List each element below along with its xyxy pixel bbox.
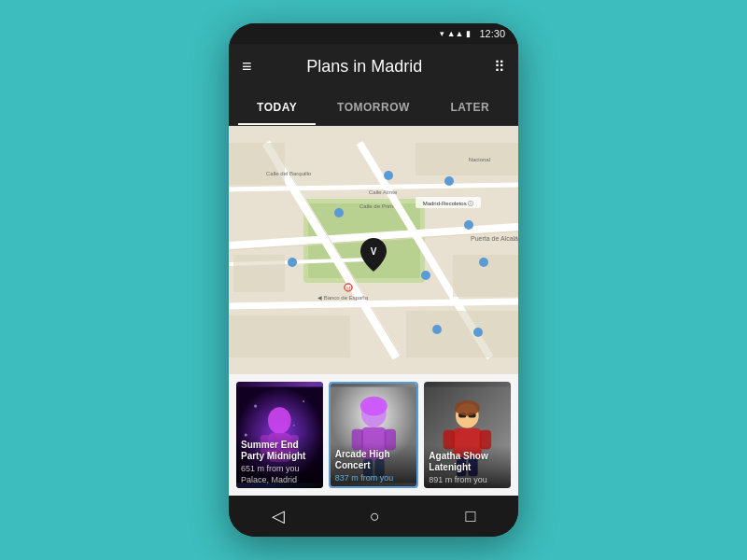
location-dot-3 (444, 176, 454, 186)
signal-icon: ▲▲ (447, 29, 464, 38)
card-overlay-arcade: Arcade High Concert 837 m from you (331, 443, 417, 486)
location-dot-8 (432, 325, 442, 334)
battery-icon: ▮ (466, 29, 471, 38)
svg-text:Calle de Prim: Calle de Prim (359, 203, 393, 209)
card-overlay-agatha: Agatha Show Latenight 891 m from you (424, 445, 511, 488)
svg-point-29 (254, 405, 257, 408)
location-dot-1 (334, 208, 344, 217)
svg-rect-13 (416, 143, 518, 175)
app-title: Plans in Madrid (235, 57, 494, 77)
location-dot-6 (421, 271, 430, 280)
card-title-arcade: Arcade High Concert (335, 449, 413, 471)
svg-text:V: V (371, 246, 377, 257)
event-card-arcade[interactable]: Arcade High Concert 837 m from you (329, 382, 419, 488)
tab-today[interactable]: TODAY (229, 89, 325, 125)
svg-point-50 (455, 400, 480, 415)
location-dot-4 (464, 220, 473, 230)
map-container[interactable]: Puerta de Alcalá Calle del Barquillo Cal… (229, 126, 518, 374)
svg-text:Nacional: Nacional (469, 157, 490, 162)
location-dot-7 (288, 258, 297, 267)
svg-text:◀ Banco de España: ◀ Banco de España (317, 295, 369, 301)
card-title-agatha: Agatha Show Latenight (429, 451, 506, 473)
svg-point-33 (268, 407, 291, 434)
wifi-icon: ▾ (440, 29, 444, 38)
nav-recent-button[interactable]: □ (450, 499, 490, 534)
svg-text:Calle del Barquillo: Calle del Barquillo (266, 171, 312, 176)
tab-later[interactable]: LATER (422, 89, 518, 125)
nav-home-button[interactable]: ○ (355, 499, 395, 534)
svg-text:Madrid-Recoletos ⓘ: Madrid-Recoletos ⓘ (423, 201, 474, 206)
card-title-summer: Summer End Party Midnight (241, 440, 318, 462)
signal-icons: ▾ ▲▲ ▮ (440, 29, 472, 38)
event-card-summer[interactable]: Summer End Party Midnight 651 m from you… (236, 382, 323, 488)
svg-rect-16 (229, 315, 350, 357)
card-subtitle-summer: Palace, Madrid (241, 475, 318, 484)
svg-text:Puerta de Alcalá: Puerta de Alcalá (471, 235, 518, 242)
svg-text:M: M (346, 286, 350, 291)
svg-point-30 (303, 400, 304, 402)
svg-rect-12 (233, 255, 285, 292)
svg-rect-11 (229, 143, 285, 185)
card-distance-summer: 651 m from you (241, 464, 318, 473)
map-main-marker[interactable]: V (360, 238, 387, 270)
phone-frame: ▾ ▲▲ ▮ 12:30 ≡ Plans in Madrid ⠿ TODAY T… (229, 23, 518, 537)
card-distance-agatha: 891 m from you (429, 475, 506, 484)
svg-line-8 (229, 301, 518, 306)
status-bar: ▾ ▲▲ ▮ 12:30 (229, 23, 518, 44)
location-dot-2 (384, 171, 393, 180)
cards-strip: Summer End Party Midnight 651 m from you… (229, 374, 518, 496)
svg-point-39 (360, 397, 388, 416)
location-dot-5 (479, 258, 488, 267)
location-dot-9 (473, 328, 483, 337)
card-distance-arcade: 837 m from you (335, 473, 413, 483)
svg-rect-15 (406, 311, 518, 357)
event-card-agatha[interactable]: Agatha Show Latenight 891 m from you (424, 382, 511, 488)
svg-point-31 (293, 425, 295, 427)
app-bar: ≡ Plans in Madrid ⠿ (229, 44, 518, 89)
card-overlay-summer: Summer End Party Midnight 651 m from you… (236, 434, 323, 488)
bottom-nav: ◁ ○ □ (229, 496, 518, 537)
tab-tomorrow[interactable]: TOMORROW (325, 89, 421, 125)
svg-text:Calle Almte: Calle Almte (369, 189, 398, 195)
nav-back-button[interactable]: ◁ (257, 498, 300, 534)
tabs-bar: TODAY TOMORROW LATER (229, 89, 518, 126)
grid-icon[interactable]: ⠿ (494, 58, 505, 76)
status-time: 12:30 (479, 28, 505, 39)
